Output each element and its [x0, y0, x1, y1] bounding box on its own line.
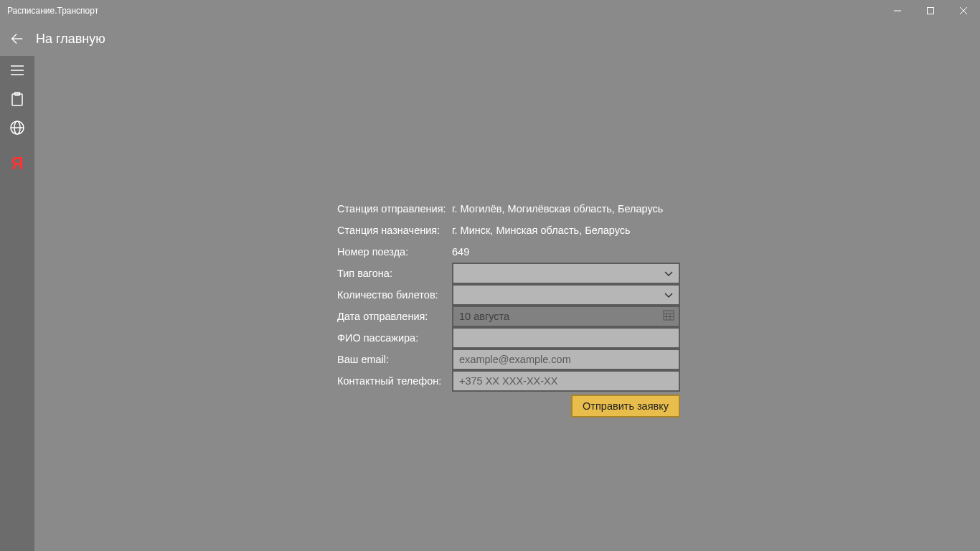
hamburger-menu-button[interactable] [0, 56, 34, 85]
departure-station-value: г. Могилёв, Могилёвская область, Беларус… [452, 203, 663, 215]
wagon-type-label: Тип вагона: [337, 268, 452, 279]
back-button[interactable] [9, 30, 26, 47]
calendar-icon [663, 309, 674, 324]
window-title: Расписание.Транспорт [7, 6, 98, 16]
svg-rect-1 [928, 8, 934, 14]
wagon-type-select[interactable] [452, 263, 680, 284]
maximize-button[interactable] [914, 0, 947, 22]
yandex-letter: Я [11, 154, 23, 174]
minimize-button[interactable] [881, 0, 914, 22]
phone-input[interactable] [452, 370, 680, 392]
passenger-name-input[interactable] [452, 327, 680, 349]
submit-button[interactable]: Отправить заявку [571, 395, 680, 418]
clipboard-icon[interactable] [0, 85, 34, 113]
phone-label: Контактный телефон: [337, 375, 452, 387]
ticket-count-label: Количество билетов: [337, 289, 452, 301]
ticket-request-form: Станция отправления: г. Могилёв, Могилёв… [337, 198, 680, 418]
email-label: Ваш email: [337, 354, 452, 365]
main-content: Станция отправления: г. Могилёв, Могилёв… [34, 56, 980, 551]
page-title: На главную [36, 32, 105, 47]
globe-icon[interactable] [0, 113, 34, 142]
train-number-value: 649 [452, 246, 469, 258]
departure-date-picker[interactable]: 10 августа [452, 306, 680, 327]
yandex-icon[interactable]: Я [0, 149, 34, 178]
sidebar: Я [0, 56, 34, 551]
passenger-name-label: ФИО пассажира: [337, 332, 452, 344]
destination-station-value: г. Минск, Минская область, Беларусь [452, 225, 631, 236]
destination-station-label: Станция назначения: [337, 225, 452, 236]
page-header: На главную [0, 22, 980, 56]
departure-date-value: 10 августа [459, 311, 509, 322]
departure-date-label: Дата отправления: [337, 311, 452, 322]
email-input[interactable] [452, 349, 680, 370]
close-button[interactable] [947, 0, 980, 22]
train-number-label: Номер поезда: [337, 246, 452, 258]
window-titlebar: Расписание.Транспорт [0, 0, 980, 22]
departure-station-label: Станция отправления: [337, 203, 452, 215]
window-controls [881, 0, 980, 22]
chevron-down-icon [664, 267, 673, 280]
chevron-down-icon [664, 288, 673, 301]
svg-rect-13 [664, 311, 674, 320]
ticket-count-select[interactable] [452, 284, 680, 306]
